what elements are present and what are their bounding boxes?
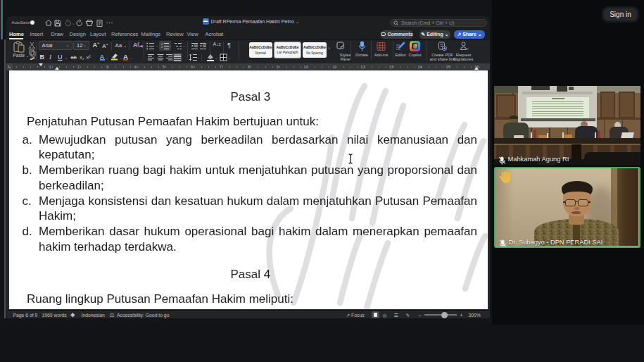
svg-text:2: 2 bbox=[161, 44, 163, 48]
